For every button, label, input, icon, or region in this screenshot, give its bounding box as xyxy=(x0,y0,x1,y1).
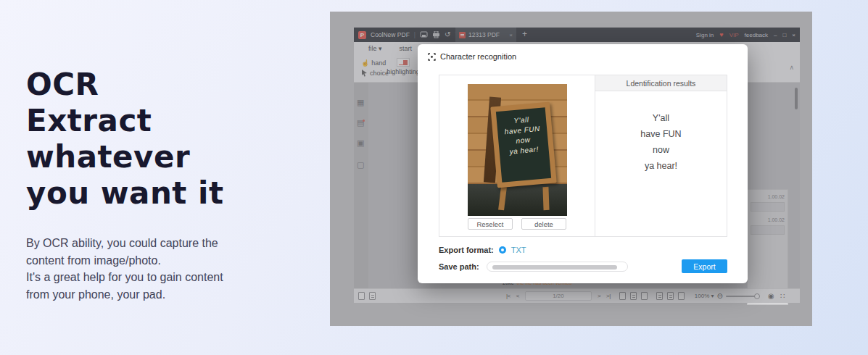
title-line: whatever xyxy=(26,139,316,175)
hero-description: By OCR ability, you could capture the co… xyxy=(26,235,316,303)
ocr-scan-icon xyxy=(428,53,436,61)
save-path-label: Save path: xyxy=(439,262,479,271)
description-line: It's a great help for you to gain conten… xyxy=(26,269,316,286)
delete-button[interactable]: delete xyxy=(521,218,566,230)
title-line: Extract xyxy=(26,103,316,139)
export-button[interactable]: Export xyxy=(682,259,727,273)
title-line: you want it xyxy=(26,175,316,212)
photo-sign-leg xyxy=(542,187,549,210)
recognition-area: Y'all have FUN now ya hear! Reselect del… xyxy=(439,75,727,237)
save-path-input[interactable] xyxy=(487,262,628,272)
result-line: have FUN xyxy=(595,126,727,142)
save-path-value xyxy=(492,265,617,270)
hero-section: OCR Extract whatever you want it By OCR … xyxy=(26,67,316,303)
recognized-text: Y'all have FUN now ya hear! xyxy=(595,91,727,174)
description-line: from your phone, your pad. xyxy=(26,286,316,304)
results-header: Ldentification results xyxy=(595,75,727,91)
export-format-label: Export format: xyxy=(439,246,494,254)
dialog-title: Character recognition xyxy=(440,52,516,61)
title-line: OCR xyxy=(26,67,316,103)
description-line: By OCR ability, you could capture the xyxy=(26,235,316,252)
result-line: now xyxy=(595,142,727,158)
page-title: OCR Extract whatever you want it xyxy=(26,67,316,212)
app-screenshot: P CoolNew PDF | ↺ ↻ 12313 PDF × + Sign i… xyxy=(330,12,812,326)
results-panel: Ldentification results Y'all have FUN no… xyxy=(595,75,727,236)
result-line: ya hear! xyxy=(595,158,727,174)
result-line: Y'all xyxy=(595,110,727,126)
reselect-button[interactable]: Reselect xyxy=(468,218,513,230)
photo-chalkboard: Y'all have FUN now ya hear! xyxy=(490,102,556,188)
txt-format-label: TXT xyxy=(511,246,526,254)
source-photo: Y'all have FUN now ya hear! xyxy=(468,84,567,216)
source-image-panel: Y'all have FUN now ya hear! Reselect del… xyxy=(439,75,595,236)
txt-radio-button[interactable] xyxy=(499,246,506,254)
character-recognition-dialog: Character recognition Y'all have FUN now… xyxy=(418,44,748,283)
description-line: content from image/photo. xyxy=(26,252,316,270)
photo-ground xyxy=(468,184,567,216)
